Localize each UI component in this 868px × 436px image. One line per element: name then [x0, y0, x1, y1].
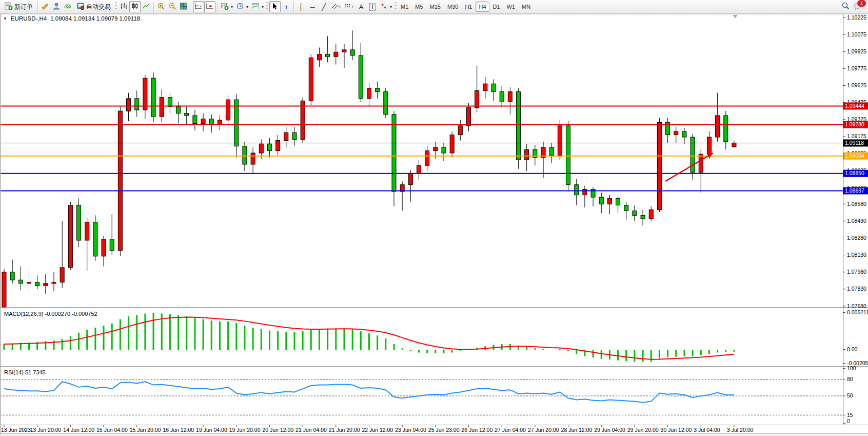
candle-body: [60, 268, 64, 282]
tab-timeframe-H1[interactable]: H1: [462, 2, 475, 12]
tab-timeframe-MN[interactable]: MN: [519, 2, 534, 12]
signal-button[interactable]: [62, 1, 73, 12]
time-tick-label: 26 Jun 12:00: [462, 427, 493, 433]
indicators-button[interactable]: ▾: [219, 1, 234, 12]
new-order-button[interactable]: 新订单: [2, 1, 36, 12]
chart-background: [0, 14, 868, 436]
candle-body: [458, 126, 462, 135]
macd-bar: [252, 328, 254, 350]
tab-timeframe-H4[interactable]: H4: [476, 2, 489, 12]
timeframe-group: M1M5M15M30H1H4D1W1MN: [398, 2, 534, 12]
auto-scroll-button[interactable]: [193, 1, 204, 12]
notifications-button[interactable]: 1: [852, 1, 864, 12]
crosshair-tool-button[interactable]: +: [281, 1, 292, 12]
candle-body: [209, 119, 213, 125]
community-button[interactable]: [51, 1, 62, 12]
symbol-dropdown-icon[interactable]: ▼: [3, 16, 7, 21]
chart-shift-button[interactable]: [204, 1, 215, 12]
chevron-down-icon[interactable]: ▾: [246, 5, 248, 9]
macd-bar: [717, 350, 718, 353]
chevron-down-icon[interactable]: ▾: [262, 5, 264, 9]
text-icon: A: [359, 4, 364, 10]
macd-bar: [4, 344, 5, 350]
macd-bar: [650, 350, 652, 362]
candle-body: [292, 132, 297, 139]
chart-canvas[interactable]: 1.102251.100751.099251.097751.096251.094…: [0, 14, 868, 436]
macd-axis-label: 0.00: [847, 346, 858, 352]
price-tick-label: 1.07980: [847, 269, 866, 275]
time-tick-label: 14 Jun 12:00: [63, 427, 94, 433]
price-tag-label: 1.08697: [845, 187, 864, 194]
tab-timeframe-M30[interactable]: M30: [444, 2, 461, 12]
tab-timeframe-M1[interactable]: M1: [398, 2, 411, 12]
fibonacci-tool-button[interactable]: F: [343, 1, 356, 12]
macd-bar: [128, 316, 129, 350]
horizontal-line-tool-button[interactable]: ─: [307, 1, 318, 12]
vertical-line-tool-button[interactable]: │: [295, 1, 307, 12]
time-tick-label: 21 Jun 20:00: [329, 427, 360, 433]
candle-body: [18, 280, 23, 283]
text-label-tool-button[interactable]: T: [367, 1, 378, 12]
cursor-tool-button[interactable]: [269, 1, 281, 12]
candle-body: [483, 84, 487, 90]
arrows-tool-button[interactable]: ▾: [378, 1, 393, 12]
candle-body: [674, 131, 678, 135]
auto-trading-button[interactable]: 自动交易: [73, 1, 114, 12]
macd-bar: [708, 350, 710, 354]
candle-body: [517, 92, 521, 160]
candle-body: [599, 197, 603, 204]
templates-button[interactable]: ▾: [250, 1, 265, 12]
candle-body: [682, 131, 686, 137]
macd-bar: [617, 350, 619, 361]
channel-tool-button[interactable]: E: [329, 1, 343, 12]
rsi-axis-label: 50: [847, 392, 853, 399]
candle-body: [168, 98, 172, 107]
time-tick-label: 15 Jun 04:00: [96, 427, 128, 433]
window-bottom-strip: [0, 434, 868, 436]
tab-timeframe-W1[interactable]: W1: [504, 2, 519, 12]
time-tick-label: 21 Jun 04:00: [295, 427, 327, 433]
zoom-out-button[interactable]: [167, 1, 178, 12]
toolbar-separator: [293, 2, 294, 12]
price-tag-label: 1.09004: [845, 153, 864, 159]
candlestick-chart-button[interactable]: [129, 1, 141, 12]
tab-timeframe-D1[interactable]: D1: [490, 2, 503, 12]
time-tick-label: 19 Jun 04:00: [196, 427, 227, 433]
candle-body: [251, 153, 255, 164]
candle-body: [616, 198, 620, 205]
tab-timeframe-M15[interactable]: M15: [427, 2, 444, 12]
macd-bar: [219, 321, 221, 350]
candlestick-chart-icon: [131, 2, 139, 12]
trendline-tool-button[interactable]: ╱: [318, 1, 329, 12]
candle-body: [350, 50, 354, 55]
price-tick-label: 1.09775: [847, 65, 866, 71]
text-tool-button[interactable]: A: [356, 1, 367, 12]
macd-bar: [360, 331, 362, 350]
announcement-button[interactable]: [40, 1, 51, 12]
candle-body: [442, 147, 446, 153]
time-tick-label: 29 Jun 04:00: [594, 427, 625, 433]
line-chart-button[interactable]: [141, 1, 152, 12]
candle-body: [68, 205, 72, 267]
macd-bar: [559, 349, 561, 350]
macd-bar: [153, 313, 154, 350]
macd-bar: [244, 326, 245, 350]
candle-body: [334, 52, 338, 56]
macd-bar: [177, 315, 179, 350]
toolbar-separator: [217, 2, 218, 12]
macd-bar: [169, 314, 171, 350]
auto-trading-label: 自动交易: [86, 3, 111, 11]
bar-chart-button[interactable]: [118, 1, 129, 12]
auto-trading-icon: [76, 2, 85, 12]
tab-timeframe-M5[interactable]: M5: [412, 2, 426, 12]
search-button[interactable]: [840, 1, 852, 12]
tile-windows-button[interactable]: [178, 1, 189, 12]
macd-bar: [144, 314, 146, 350]
zoom-in-button[interactable]: [155, 1, 167, 12]
periods-button[interactable]: ▾: [234, 1, 250, 12]
chevron-down-icon[interactable]: ▾: [390, 5, 392, 9]
candle-body: [491, 84, 496, 91]
chevron-down-icon[interactable]: ▾: [231, 5, 233, 9]
candle-body: [408, 174, 412, 185]
chart-window[interactable]: 1.102251.100751.099251.097751.096251.094…: [0, 14, 868, 436]
